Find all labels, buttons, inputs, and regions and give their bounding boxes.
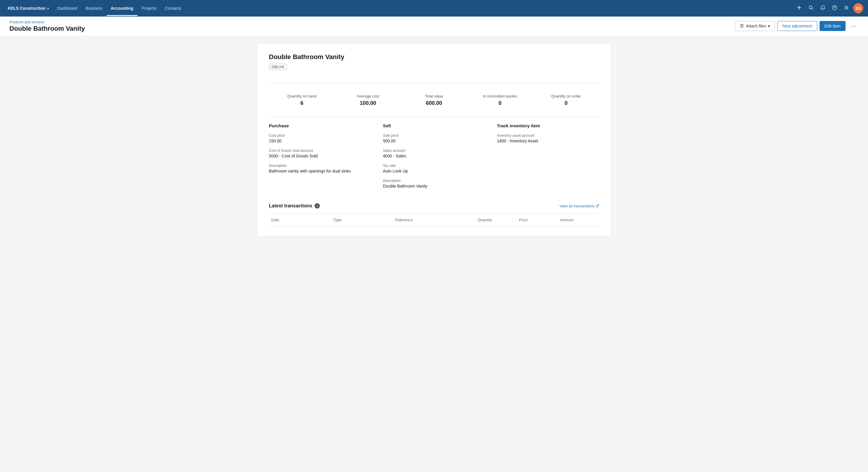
attach-chevron-icon: ▾ bbox=[768, 24, 770, 28]
svg-point-8 bbox=[847, 7, 848, 8]
user-avatar[interactable]: ES bbox=[853, 3, 863, 13]
bell-icon-button[interactable] bbox=[818, 3, 828, 13]
attach-icon bbox=[740, 24, 744, 28]
header-actions: Attach files ▾ New adjustment Edit item … bbox=[735, 21, 859, 31]
page-title: Double Bathroom Vanity bbox=[9, 25, 85, 32]
nav-links: Dashboard Business Accounting Projects C… bbox=[53, 1, 793, 16]
sales-account-field: Sales account 4000 - Sales bbox=[383, 149, 485, 158]
stat-avg-cost: Average cost 100.00 bbox=[335, 94, 401, 106]
col-reference: Reference bbox=[393, 217, 475, 223]
nav-business[interactable]: Business bbox=[82, 1, 106, 16]
nav-contacts[interactable]: Contacts bbox=[161, 1, 185, 16]
svg-point-6 bbox=[845, 7, 846, 8]
transactions-info-icon[interactable]: i bbox=[314, 203, 320, 209]
sell-section: Sell Sale price 500.00 Sales account 400… bbox=[383, 123, 485, 194]
col-type: Type bbox=[331, 217, 393, 223]
nav-right: ES bbox=[794, 3, 863, 13]
add-icon-button[interactable] bbox=[794, 3, 804, 13]
svg-point-11 bbox=[847, 8, 848, 9]
sell-title: Sell bbox=[383, 123, 485, 128]
breadcrumb-area: Products and services Double Bathroom Va… bbox=[9, 20, 85, 32]
page-header: Products and services Double Bathroom Va… bbox=[0, 17, 868, 36]
external-link-icon bbox=[596, 204, 599, 208]
new-adjustment-button[interactable]: New adjustment bbox=[777, 21, 817, 31]
svg-point-7 bbox=[846, 7, 847, 8]
divider-middle bbox=[269, 117, 599, 117]
edit-item-button[interactable]: Edit item bbox=[819, 21, 845, 31]
more-options-button[interactable]: ⋯ bbox=[848, 21, 859, 31]
navbar: KELS Construction ▾ Dashboard Business A… bbox=[0, 0, 868, 17]
svg-point-3 bbox=[845, 6, 846, 7]
col-price: Price bbox=[517, 217, 558, 223]
svg-point-10 bbox=[846, 8, 847, 9]
nav-projects[interactable]: Projects bbox=[137, 1, 161, 16]
purchase-description-field: Description Bathroom vanity with opening… bbox=[269, 164, 371, 174]
stat-total-value: Total value 600.00 bbox=[401, 94, 467, 106]
breadcrumb-link[interactable]: Products and services bbox=[9, 20, 44, 24]
item-code: DBLVN bbox=[269, 64, 287, 70]
purchase-section: Purchase Cost price 150.00 Cost of Goods… bbox=[269, 123, 371, 194]
grid-icon-button[interactable] bbox=[841, 3, 851, 13]
stats-row: Quantity on hand 6 Average cost 100.00 T… bbox=[269, 89, 599, 111]
track-inventory-section: Track inventory item Inventory asset acc… bbox=[497, 123, 599, 194]
svg-point-5 bbox=[847, 6, 848, 7]
col-quantity: Quantity bbox=[475, 217, 517, 223]
tax-rate-field: Tax rate Auto Look Up bbox=[383, 164, 485, 174]
transactions-title-row: Latest transactions i bbox=[269, 203, 320, 209]
transactions-table-header: Date Type Reference Quantity Price Amoun… bbox=[269, 213, 599, 226]
brand-chevron: ▾ bbox=[47, 7, 49, 10]
search-icon-button[interactable] bbox=[806, 3, 816, 13]
purchase-title: Purchase bbox=[269, 123, 371, 128]
svg-point-2 bbox=[834, 8, 835, 9]
brand-logo[interactable]: KELS Construction ▾ bbox=[5, 4, 52, 12]
item-title: Double Bathroom Vanity bbox=[269, 53, 599, 61]
item-card: Double Bathroom Vanity DBLVN Quantity on… bbox=[257, 43, 611, 236]
cost-price-field: Cost price 150.00 bbox=[269, 133, 371, 143]
stat-qty-on-order: Quantity on order 0 bbox=[533, 94, 599, 106]
nav-dashboard[interactable]: Dashboard bbox=[53, 1, 82, 16]
col-amount: Amount bbox=[558, 217, 599, 223]
sell-description-field: Description Double Bathroom Vanity bbox=[383, 179, 485, 188]
svg-point-4 bbox=[846, 6, 847, 7]
transactions-title: Latest transactions bbox=[269, 203, 312, 209]
nav-accounting[interactable]: Accounting bbox=[106, 1, 137, 16]
svg-point-9 bbox=[845, 8, 846, 9]
brand-name: KELS Construction bbox=[8, 6, 45, 11]
sale-price-field: Sale price 500.00 bbox=[383, 133, 485, 143]
stat-qty-on-hand: Quantity on hand 6 bbox=[269, 94, 335, 106]
help-icon-button[interactable] bbox=[830, 3, 840, 13]
view-all-transactions-link[interactable]: View all transactions bbox=[559, 204, 599, 208]
cogs-account-field: Cost of Goods Sold account 5000 - Cost o… bbox=[269, 149, 371, 158]
track-inventory-title: Track inventory item bbox=[497, 123, 599, 128]
main-content: Double Bathroom Vanity DBLVN Quantity on… bbox=[0, 36, 868, 243]
col-date: Date bbox=[269, 217, 331, 223]
stat-committed-quotes: In committed quotes 0 bbox=[467, 94, 533, 106]
transactions-header: Latest transactions i View all transacti… bbox=[269, 203, 599, 209]
attach-files-button[interactable]: Attach files ▾ bbox=[735, 21, 775, 31]
divider-top bbox=[269, 83, 599, 83]
detail-sections: Purchase Cost price 150.00 Cost of Goods… bbox=[269, 123, 599, 194]
inventory-asset-account-field: Inventory asset account 1400 - Inventory… bbox=[497, 133, 599, 143]
